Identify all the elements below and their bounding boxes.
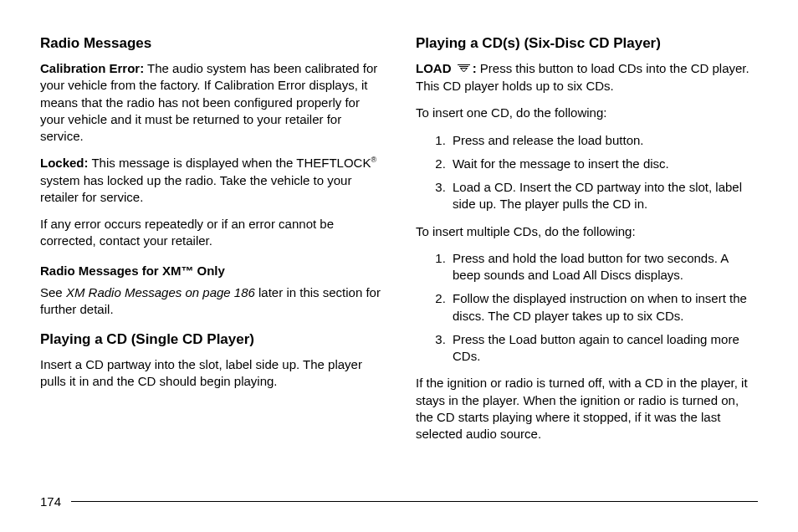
list-item: Press and hold the load button for two s… [449,250,758,284]
bold-label: Locked: [40,156,89,170]
paragraph-single-cd: Insert a CD partway into the slot, label… [40,356,382,391]
heading-single-cd: Playing a CD (Single CD Player) [40,331,382,348]
page-columns: Radio Messages Calibration Error: The au… [40,35,758,453]
list-item: Press and release the load button. [449,132,758,149]
left-column: Radio Messages Calibration Error: The au… [40,35,382,453]
italic-ref: XM Radio Messages on page 186 [66,285,255,299]
bold-label: Calibration Error: [40,61,144,75]
svg-marker-2 [460,68,467,72]
paragraph-load: LOAD : Press this button to load CDs int… [416,60,758,95]
page-footer: 174 [40,494,758,509]
list-item: Press the Load button again to cancel lo… [449,331,758,366]
load-disc-icon [457,61,471,78]
list-item: Load a CD. Insert the CD partway into th… [449,179,758,213]
paragraph-calibration-error: Calibration Error: The audio system has … [40,60,382,145]
paragraph-ignition: If the ignition or radio is turned off, … [416,375,758,442]
paragraph-insert-one: To insert one CD, do the following: [416,105,758,121]
list-insert-multi: Press and hold the load button for two s… [416,250,758,366]
paragraph-text: This message is displayed when the THEFT… [91,156,371,170]
heading-radio-messages: Radio Messages [40,35,382,52]
list-item: Wait for the message to insert the disc. [449,156,758,172]
page-number: 174 [40,494,61,509]
list-insert-one: Press and release the load button. Wait … [416,132,758,213]
bold-label: LOAD [416,61,452,75]
bold-colon: : [473,61,477,75]
paragraph-text: system has locked up the radio. Take the… [40,173,351,204]
paragraph-text: See [40,285,63,299]
heading-six-disc: Playing a CD(s) (Six-Disc CD Player) [416,35,758,52]
paragraph-locked: Locked: This message is displayed when t… [40,155,382,206]
paragraph-error-repeat: If any error occurs repeatedly or if an … [40,216,382,250]
list-item: Follow the displayed instruction on when… [449,290,758,325]
right-column: Playing a CD(s) (Six-Disc CD Player) LOA… [416,35,758,453]
heading-xm-only: Radio Messages for XM™ Only [40,263,382,278]
footer-divider [71,501,758,502]
paragraph-xm-ref: See XM Radio Messages on page 186 later … [40,284,382,319]
paragraph-insert-multi: To insert multiple CDs, do the following… [416,223,758,240]
registered-symbol: ® [371,156,376,164]
